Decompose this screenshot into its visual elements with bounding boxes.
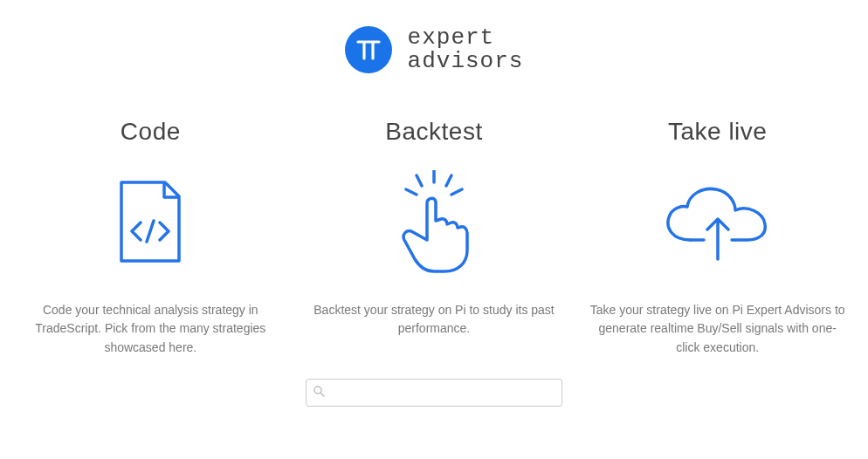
svg-line-7 [320,393,324,396]
cloud-upload-icon [586,170,849,275]
feature-code-desc: Code your technical analysis strategy in… [19,301,282,358]
feature-takelive-desc: Take your strategy live on Pi Expert Adv… [586,301,849,358]
brand-line2: advisors [408,50,524,73]
feature-takelive-title: Take live [586,118,849,146]
svg-line-1 [417,175,422,186]
feature-takelive: Take live Take your strategy live on Pi … [575,118,859,358]
search-box[interactable] [306,379,562,407]
code-file-icon [19,170,282,275]
svg-line-2 [446,175,451,186]
svg-line-3 [406,189,417,195]
feature-code-title: Code [19,118,282,146]
search-input[interactable] [307,380,561,406]
feature-backtest-desc: Backtest your strategy on Pi to study it… [303,301,566,339]
header: expert advisors [0,0,868,74]
feature-code: Code Code your technical analysis strate… [9,118,293,358]
feature-backtest: Backtest Backtest your strategy on Pi to… [293,118,576,358]
pi-logo-icon [345,26,392,73]
search-icon [313,385,325,401]
brand-name: expert advisors [408,26,524,74]
features-row: Code Code your technical analysis strate… [0,74,868,358]
svg-line-4 [451,189,462,195]
search-container [0,379,868,407]
feature-backtest-title: Backtest [303,118,566,146]
brand-line1: expert [408,26,524,50]
click-hand-icon [303,170,566,275]
